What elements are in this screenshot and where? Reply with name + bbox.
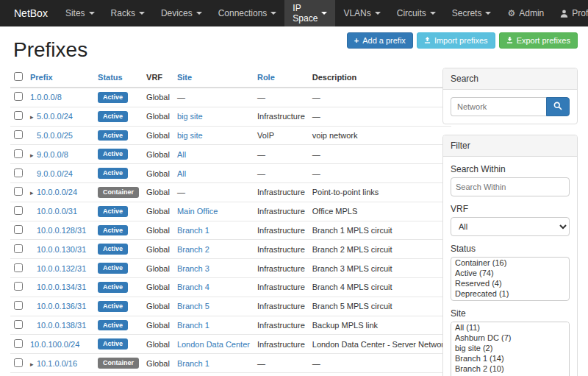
vrf-value: Global	[146, 188, 170, 196]
vrf-value: Global	[146, 169, 170, 178]
site-link[interactable]: Branch 2	[177, 245, 209, 254]
description-value: —	[312, 93, 320, 102]
prefix-link[interactable]: 9.0.0.0/24	[37, 169, 73, 178]
select-option[interactable]: Ashburn DC (7)	[451, 333, 569, 343]
site-link[interactable]: Branch 1	[177, 226, 209, 235]
site-link[interactable]: Main Office	[177, 207, 218, 216]
prefix-link[interactable]: 10.0.0.0/31	[37, 207, 77, 216]
site-link[interactable]: All	[177, 150, 186, 159]
nav-item-ip-space[interactable]: IP Space	[284, 0, 335, 26]
description-value: London Data Center - Server Network	[312, 340, 448, 349]
nav-item-devices[interactable]: Devices	[153, 0, 210, 26]
role-value: Infrastructure	[257, 245, 305, 254]
prefix-link[interactable]: 5.0.0.0/24	[37, 112, 73, 121]
nav-item-label: Profile	[572, 8, 588, 18]
nav-item-circuits[interactable]: Circuits	[389, 0, 444, 26]
site-link[interactable]: Branch 1	[177, 359, 209, 368]
row-checkbox[interactable]	[14, 282, 23, 291]
add-prefix-button[interactable]: + Add a prefix	[347, 32, 413, 49]
row-checkbox[interactable]	[14, 244, 23, 253]
description-value: Branch 2 MPLS circuit	[312, 245, 392, 254]
column-header-role[interactable]: Role	[257, 73, 275, 82]
row-checkbox[interactable]	[14, 111, 23, 120]
column-header-prefix[interactable]: Prefix	[30, 73, 53, 82]
site-link[interactable]: big site	[177, 112, 203, 121]
site-link[interactable]: London Data Center	[177, 340, 250, 349]
nav-item-connections[interactable]: Connections	[210, 0, 285, 26]
row-indent	[30, 231, 37, 232]
prefix-link[interactable]: 1.0.0.0/8	[30, 93, 62, 102]
row-checkbox[interactable]	[14, 206, 23, 215]
export-prefixes-label: Export prefixes	[517, 36, 570, 45]
prefix-link[interactable]: 10.0.0.136/31	[37, 302, 86, 311]
column-header-site[interactable]: Site	[177, 73, 192, 82]
site-link[interactable]: Branch 1	[177, 321, 209, 330]
prefix-link[interactable]: 10.0.0.130/31	[37, 245, 86, 254]
import-prefixes-button[interactable]: Import prefixes	[417, 32, 495, 49]
select-option[interactable]: Deprecated (1)	[451, 288, 569, 299]
prefix-link[interactable]: 10.0.0.132/31	[37, 264, 86, 273]
row-checkbox[interactable]	[14, 92, 23, 101]
site-link[interactable]: big site	[177, 131, 203, 140]
prefix-link[interactable]: 10.1.0.0/16	[37, 359, 77, 368]
row-checkbox[interactable]	[14, 169, 23, 177]
table-row: ▸9.0.0.0/24 Active Global All — —	[10, 164, 451, 183]
status-badge: Active	[98, 130, 128, 141]
page-content: Prefixes + Add a prefix Import prefixes …	[0, 26, 588, 376]
row-checkbox[interactable]	[14, 301, 23, 310]
status-filter-label: Status	[451, 244, 570, 254]
row-checkbox[interactable]	[14, 225, 23, 234]
column-header-description: Description	[312, 73, 357, 82]
page-actions: + Add a prefix Import prefixes Export pr…	[347, 32, 578, 49]
nav-item-vlans[interactable]: VLANs	[335, 0, 388, 26]
prefix-link[interactable]: 5.0.0.0/25	[37, 131, 73, 140]
site-link[interactable]: Branch 4	[177, 283, 209, 291]
row-checkbox[interactable]	[14, 263, 23, 272]
navbar: NetBox Sites Racks Devices Connections I…	[0, 0, 588, 26]
site-link[interactable]: Branch 3	[177, 264, 209, 273]
select-option[interactable]: All (11)	[451, 322, 569, 333]
status-filter-select[interactable]: Container (16)Active (74)Reserved (4)Dep…	[451, 257, 570, 301]
prefix-link[interactable]: 10.0.0.134/31	[37, 283, 86, 291]
prefix-link[interactable]: 10.0.0.128/31	[37, 226, 86, 235]
nav-item-racks[interactable]: Racks	[103, 0, 153, 26]
prefix-link[interactable]: 10.0.0.138/31	[37, 321, 86, 330]
column-header-status[interactable]: Status	[98, 73, 123, 82]
status-badge: Active	[98, 282, 128, 293]
nav-item-secrets[interactable]: Secrets	[444, 0, 500, 26]
select-option[interactable]: Reserved (4)	[451, 278, 569, 288]
select-option[interactable]: Branch 1 (14)	[451, 353, 569, 363]
row-indent	[30, 326, 37, 327]
vrf-select[interactable]: All	[451, 217, 570, 236]
prefix-link[interactable]: 10.0.100.0/24	[30, 340, 79, 349]
description-value: Office MPLS	[312, 207, 358, 216]
row-checkbox[interactable]	[14, 358, 23, 367]
vrf-filter-label: VRF	[451, 204, 570, 214]
nav-item-admin[interactable]: ⚙ Admin	[499, 0, 552, 26]
row-checkbox[interactable]	[14, 187, 23, 196]
site-link[interactable]: Branch 5	[177, 302, 209, 311]
search-button[interactable]	[546, 97, 570, 116]
row-checkbox[interactable]	[14, 149, 23, 158]
row-checkbox[interactable]	[14, 320, 23, 329]
select-option[interactable]: Branch 2 (10)	[451, 363, 569, 374]
prefix-link[interactable]: 9.0.0.0/8	[37, 150, 68, 159]
nav-item-sites[interactable]: Sites	[57, 0, 103, 26]
prefix-link[interactable]: 10.0.0.0/24	[37, 188, 77, 196]
row-checkbox[interactable]	[14, 339, 23, 348]
role-value: Infrastructure	[257, 188, 305, 196]
row-checkbox[interactable]	[14, 130, 23, 139]
navbar-brand[interactable]: NetBox	[4, 0, 57, 26]
select-all-checkbox[interactable]	[14, 72, 23, 81]
nav-item-label: Circuits	[397, 8, 426, 18]
search-input[interactable]	[451, 97, 546, 116]
select-option[interactable]: Container (16)	[451, 258, 569, 268]
site-filter-select[interactable]: All (11)Ashburn DC (7)big site (2)Branch…	[451, 322, 570, 376]
site-link[interactable]: All	[177, 169, 186, 178]
nav-item-profile[interactable]: Profile	[552, 0, 588, 26]
export-prefixes-button[interactable]: Export prefixes	[499, 32, 578, 49]
select-option[interactable]: big site (2)	[451, 343, 569, 353]
status-badge: Active	[98, 301, 128, 312]
search-within-input[interactable]	[451, 177, 570, 196]
select-option[interactable]: Active (74)	[451, 268, 569, 278]
